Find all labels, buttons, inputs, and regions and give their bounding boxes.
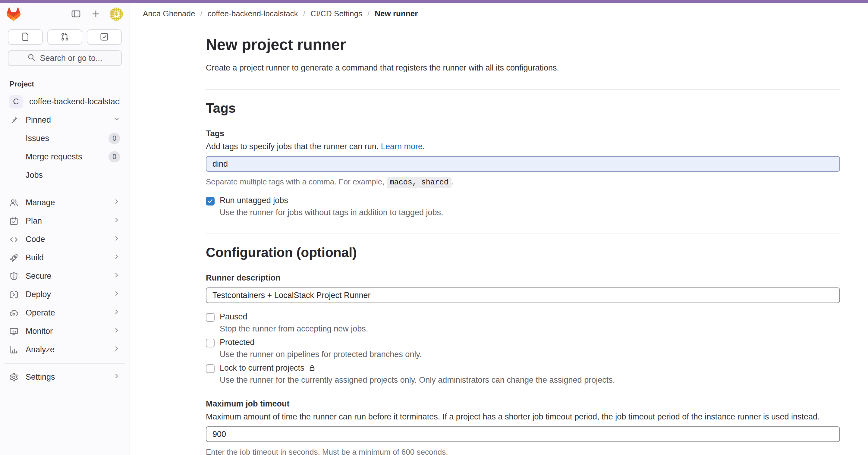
breadcrumb-item-current: New runner <box>375 9 418 19</box>
checkbox-label: Protected <box>220 338 255 347</box>
protected-block: Protected Use the runner on pipelines fo… <box>206 338 840 359</box>
sidebar-item-label: Merge requests <box>26 152 108 162</box>
user-avatar[interactable] <box>110 7 123 21</box>
sidebar-item-analyze[interactable]: Analyze <box>4 340 125 359</box>
merge-requests-count-badge: 0 <box>108 151 120 162</box>
merge-requests-shortcut-button[interactable] <box>47 29 82 45</box>
run-untagged-jobs-checkbox-row[interactable]: Run untagged jobs <box>206 196 840 205</box>
sidebar-item-project[interactable]: C coffee-backend-localstack <box>4 93 125 111</box>
breadcrumb-item-user[interactable]: Anca Ghenade <box>143 9 195 19</box>
paused-checkbox[interactable] <box>206 313 215 322</box>
plus-icon <box>91 9 101 20</box>
tags-field-description: Add tags to specify jobs that the runner… <box>206 142 840 151</box>
chevron-right-icon <box>113 345 120 354</box>
chevron-down-icon <box>113 116 120 125</box>
create-new-button[interactable] <box>90 8 102 20</box>
sidebar-item-plan[interactable]: Plan <box>4 212 125 230</box>
breadcrumb-separator: / <box>303 9 305 19</box>
tags-section-heading: Tags <box>206 100 840 116</box>
lock-to-projects-checkbox[interactable] <box>206 364 215 373</box>
max-job-timeout-label: Maximum job timeout <box>206 399 840 409</box>
sidebar-shortcuts <box>0 26 130 45</box>
breadcrumb-separator: / <box>367 9 370 19</box>
rocket-icon <box>9 253 19 262</box>
issues-count-badge: 0 <box>108 133 120 144</box>
issues-shortcut-button[interactable] <box>8 29 43 45</box>
sidebar-item-label: Build <box>26 253 113 262</box>
sidebar-item-label: Operate <box>26 308 113 318</box>
tags-field-label: Tags <box>206 129 840 138</box>
sidebar-item-settings[interactable]: Settings <box>4 368 125 386</box>
chevron-right-icon <box>113 327 120 336</box>
bar-chart-icon <box>9 345 19 354</box>
sidebar-item-label: Jobs <box>26 170 120 180</box>
checkbox-label: Run untagged jobs <box>220 196 288 205</box>
sidebar-item-operate[interactable]: Operate <box>4 304 125 322</box>
sidebar-item-jobs[interactable]: Jobs <box>4 166 125 185</box>
configuration-section-heading: Configuration (optional) <box>206 245 840 261</box>
sidebar-item-secure[interactable]: Secure <box>4 267 125 285</box>
sidebar-item-issues[interactable]: Issues 0 <box>4 129 125 148</box>
search-icon <box>27 53 36 64</box>
max-job-timeout-input[interactable] <box>206 426 840 442</box>
sidebar-header <box>0 3 130 26</box>
sidebar-item-label: Secure <box>26 271 113 281</box>
todo-list-shortcut-button[interactable] <box>87 29 122 45</box>
sidebar-item-deploy[interactable]: Deploy <box>4 285 125 304</box>
runner-description-input[interactable] <box>206 288 840 303</box>
lock-to-projects-checkbox-row[interactable]: Lock to current projects <box>206 363 840 373</box>
sidebar-item-label: Issues <box>26 134 108 143</box>
breadcrumb-item-cicd-settings[interactable]: CI/CD Settings <box>310 9 362 19</box>
page-title: New project runner <box>206 36 840 54</box>
chevron-right-icon <box>113 372 120 382</box>
gitlab-tanuki-icon[interactable] <box>7 7 21 21</box>
paused-checkbox-row[interactable]: Paused <box>206 312 840 322</box>
sentence-period: . <box>452 177 454 186</box>
monitor-icon <box>9 327 19 336</box>
sidebar-item-label: Plan <box>26 216 113 226</box>
checkbox-help-text: Stop the runner from accepting new jobs. <box>220 324 840 333</box>
sidebar-item-label: Manage <box>26 198 113 207</box>
sidebar-item-label: Deploy <box>26 290 113 299</box>
tags-input[interactable] <box>206 156 840 172</box>
sidebar: Search or go to... Project C coffee-back… <box>0 3 130 455</box>
sidebar-item-monitor[interactable]: Monitor <box>4 322 125 340</box>
tags-helper: Separate multiple tags with a comma. For… <box>206 177 840 187</box>
learn-more-link[interactable]: Learn more <box>381 142 423 151</box>
checkbox-label-text: Lock to current projects <box>220 363 304 373</box>
run-untagged-jobs-block: Run untagged jobs Use the runner for job… <box>206 196 840 217</box>
protected-checkbox-row[interactable]: Protected <box>206 338 840 348</box>
gear-icon <box>9 373 19 382</box>
sidebar-item-label: Pinned <box>26 116 113 125</box>
search-input[interactable]: Search or go to... <box>8 50 122 66</box>
sentence-period: . <box>423 142 425 151</box>
sidebar-item-code[interactable]: Code <box>4 230 125 249</box>
page-subtitle: Create a project runner to generate a co… <box>206 63 840 73</box>
runner-description-label: Runner description <box>206 273 840 283</box>
sidebar-item-merge-requests[interactable]: Merge requests 0 <box>4 148 125 166</box>
tags-description-text: Add tags to specify jobs that the runner… <box>206 142 378 151</box>
breadcrumb-item-project[interactable]: coffee-backend-localstack <box>208 9 298 19</box>
checkbox-label: Paused <box>220 312 247 322</box>
project-avatar: C <box>9 95 23 108</box>
code-brackets-icon <box>9 235 19 244</box>
sidebar-item-build[interactable]: Build <box>4 249 125 267</box>
breadcrumb-separator: / <box>200 9 202 19</box>
protected-checkbox[interactable] <box>206 339 215 348</box>
max-job-timeout-description: Maximum amount of time the runner can ru… <box>206 412 840 422</box>
section-divider <box>206 89 840 90</box>
sidebar-toggle-button[interactable] <box>70 8 82 20</box>
search-label: Search or go to... <box>40 54 102 63</box>
calendar-check-icon <box>9 217 19 226</box>
sidebar-item-label: Monitor <box>26 327 113 336</box>
merge-request-icon <box>60 32 69 42</box>
sidebar-item-pinned[interactable]: Pinned <box>4 111 125 129</box>
checkbox-label: Lock to current projects <box>220 363 316 373</box>
sidebar-divider <box>4 189 125 189</box>
chevron-right-icon <box>113 235 120 244</box>
top-accent-bar <box>0 0 868 3</box>
run-untagged-jobs-checkbox[interactable] <box>206 197 215 205</box>
chevron-right-icon <box>113 271 120 281</box>
sidebar-item-manage[interactable]: Manage <box>4 193 125 212</box>
shield-icon <box>9 272 19 281</box>
